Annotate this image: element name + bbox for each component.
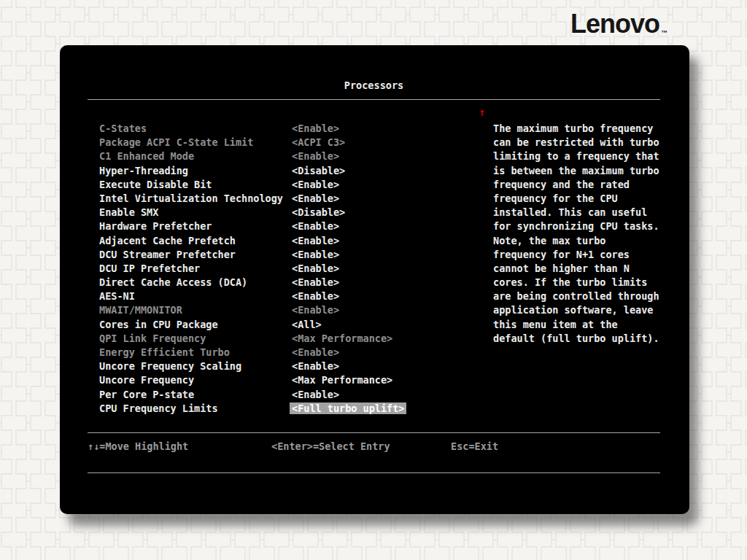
help-text-line: application software, leave: [493, 303, 676, 317]
menu-item-label: Direct Cache Access (DCA): [99, 276, 292, 289]
help-text-line: frequency for the CPU: [493, 192, 676, 206]
menu-item-value: <Enable>: [292, 346, 339, 358]
key-hints-bar: ↑↓=Move Highlight<Enter>=Select EntryEsc…: [60, 440, 689, 454]
menu-item-value: <Enable>: [292, 276, 339, 288]
lenovo-logo-text: Lenovo: [570, 9, 659, 39]
menu-item-value: <Enable>: [292, 235, 339, 246]
menu-item-label: Enable SMX: [99, 206, 292, 219]
bios-setup-window: Processors C-States<Enable>Package ACPI …: [60, 45, 689, 514]
menu-row[interactable]: Hyper-Threading<Disable>: [99, 164, 464, 178]
menu-item-value: <Max Performance>: [292, 332, 392, 344]
menu-item-label: DCU Streamer Prefetcher: [99, 248, 292, 262]
menu-item-label: DCU IP Prefetcher: [99, 262, 292, 276]
menu-row[interactable]: C1 Enhanced Mode<Enable>: [99, 149, 464, 163]
help-text-line: limiting to a frequency that: [493, 149, 676, 163]
help-text: The maximum turbo frequencycan be restri…: [493, 122, 676, 346]
help-text-line: installed. This can useful: [493, 206, 676, 219]
menu-item-label: Adjacent Cache Prefetch: [99, 234, 292, 248]
key-hint: <Enter>=Select Entry: [271, 440, 390, 454]
menu-row[interactable]: Execute Disable Bit<Enable>: [99, 178, 464, 192]
menu-item-label: Uncore Frequency Scaling: [99, 359, 292, 373]
lenovo-logo: Lenovo™: [570, 9, 666, 39]
menu-item-value: <Enable>: [292, 262, 339, 274]
footer-divider-bottom: [88, 472, 660, 473]
menu-row[interactable]: Intel Virtualization Technology<Enable>: [99, 192, 464, 206]
menu-row[interactable]: Hardware Prefetcher<Enable>: [99, 219, 464, 233]
key-hint: Esc=Exit: [451, 440, 498, 454]
menu-row[interactable]: Cores in CPU Package<All>: [99, 318, 464, 332]
help-text-line: cannot be higher than N: [493, 262, 676, 276]
menu-item-label: Hyper-Threading: [99, 164, 292, 178]
menu-row[interactable]: Uncore Frequency<Max Performance>: [99, 373, 464, 387]
help-text-line: Note, the max turbo: [493, 234, 676, 248]
help-text-line: default (full turbo uplift).: [493, 332, 676, 346]
menu-item-label: Execute Disable Bit: [99, 178, 292, 192]
menu-item-value: <Disable>: [292, 165, 345, 176]
help-text-line: are being controlled through: [493, 289, 676, 303]
page: Lenovo™ Processors C-States<Enable>Packa…: [0, 0, 747, 560]
help-text-line: is between the maximum turbo: [493, 164, 676, 178]
menu-item-value: <Full turbo uplift>: [290, 402, 406, 414]
menu-item-label: AES-NI: [99, 289, 292, 303]
menu-item-label: CPU Frequency Limits: [99, 402, 292, 416]
menu-item-value: <ACPI C3>: [292, 136, 345, 148]
menu-row[interactable]: MWAIT/MMONITOR<Enable>: [99, 303, 464, 317]
menu-item-value: <Disable>: [292, 206, 345, 218]
menu-item-label: Per Core P-state: [99, 388, 292, 402]
menu-item-value: <Enable>: [292, 179, 339, 190]
help-text-line: The maximum turbo frequency: [493, 122, 676, 136]
menu-item-value: <Enable>: [292, 192, 339, 204]
menu-item-value: <Enable>: [292, 389, 339, 400]
menu-item-label: Intel Virtualization Technology: [99, 192, 292, 206]
help-text-line: this menu item at the: [493, 318, 676, 332]
menu-item-value: <Enable>: [292, 122, 339, 134]
menu-item-value: <Max Performance>: [292, 374, 392, 386]
menu-row[interactable]: Adjacent Cache Prefetch<Enable>: [99, 234, 464, 248]
menu-row[interactable]: Energy Efficient Turbo<Enable>: [99, 346, 464, 359]
menu-item-value: <Enable>: [292, 304, 339, 316]
help-text-line: frequency for N+1 cores: [493, 248, 676, 262]
menu-item-value: <Enable>: [292, 220, 339, 232]
menu-row[interactable]: AES-NI<Enable>: [99, 289, 464, 303]
menu-row[interactable]: CPU Frequency Limits<Full turbo uplift>: [99, 402, 464, 416]
menu-row[interactable]: QPI Link Frequency<Max Performance>: [99, 332, 464, 346]
menu-item-label: Cores in CPU Package: [99, 318, 292, 332]
footer-divider-top: [88, 432, 660, 433]
menu-item-value: <Enable>: [292, 249, 339, 260]
menu-item-value: <Enable>: [292, 150, 339, 162]
help-text-line: for synchronizing CPU tasks.: [493, 219, 676, 233]
menu-item-label: QPI Link Frequency: [99, 332, 292, 346]
menu-row[interactable]: Per Core P-state<Enable>: [99, 388, 464, 402]
menu-row[interactable]: C-States<Enable>: [99, 122, 464, 136]
key-hint: ↑↓=Move Highlight: [88, 440, 188, 454]
menu-item-label: Energy Efficient Turbo: [99, 346, 292, 359]
help-text-line: cores. If the turbo limits: [493, 276, 676, 289]
menu-item-label: Hardware Prefetcher: [99, 219, 292, 233]
menu-item-label: Uncore Frequency: [99, 373, 292, 387]
menu-item-value: <Enable>: [292, 290, 339, 302]
page-title: Processors: [88, 79, 660, 93]
title-divider: [88, 99, 660, 100]
help-text-line: can be restricted with turbo: [493, 136, 676, 149]
menu-row[interactable]: Package ACPI C-State Limit<ACPI C3>: [99, 136, 464, 149]
menu-item-label: Package ACPI C-State Limit: [99, 136, 292, 149]
menu-item-label: MWAIT/MMONITOR: [99, 303, 292, 317]
menu-row[interactable]: DCU Streamer Prefetcher<Enable>: [99, 248, 464, 262]
menu-row[interactable]: Direct Cache Access (DCA)<Enable>: [99, 276, 464, 289]
menu-row[interactable]: DCU IP Prefetcher<Enable>: [99, 262, 464, 276]
trademark-symbol: ™: [661, 29, 667, 36]
help-text-line: frequency and the rated: [493, 178, 676, 192]
menu-item-label: C1 Enhanced Mode: [99, 149, 292, 163]
settings-list: C-States<Enable>Package ACPI C-State Lim…: [99, 122, 464, 416]
menu-item-value: <All>: [292, 319, 322, 330]
menu-item-label: C-States: [99, 122, 292, 136]
menu-row[interactable]: Enable SMX<Disable>: [99, 206, 464, 219]
scroll-up-indicator-icon: ↑: [479, 106, 485, 120]
menu-row[interactable]: Uncore Frequency Scaling<Enable>: [99, 359, 464, 373]
menu-item-value: <Enable>: [292, 360, 339, 372]
